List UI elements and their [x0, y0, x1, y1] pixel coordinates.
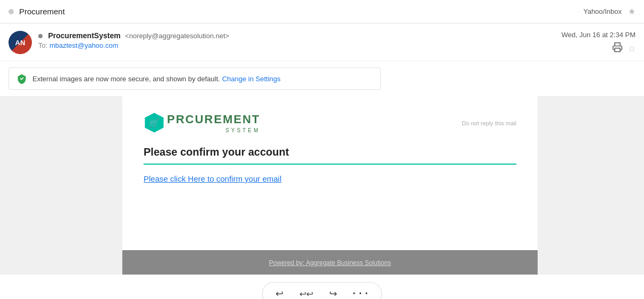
forward-icon: ↪ [329, 288, 337, 299]
confirm-email-link[interactable]: Please click Here to confirm your email [144, 174, 281, 183]
reply-icon: ↩ [275, 288, 283, 299]
action-bar: ↩ ↩↩ ↪ • • • [0, 275, 644, 299]
to-label: To: [38, 41, 47, 49]
svg-text:🛒: 🛒 [149, 118, 159, 128]
email-footer-wrapper: Powered by: Aggregate Business Solutions [0, 250, 644, 275]
security-notice: External images are now more secure, and… [9, 67, 381, 90]
print-icon[interactable] [612, 42, 623, 55]
sender-status-dot [38, 34, 43, 38]
star-icon[interactable]: ☆ [628, 44, 635, 54]
email-header: AN ProcurementSystem <noreply@aggregates… [0, 23, 644, 61]
do-not-reply-group: Do not reply this mail [462, 118, 516, 127]
logo-curement: CUREMENT [186, 113, 261, 126]
breadcrumb: Yahoo/Inbox [583, 7, 622, 15]
email-date: Wed, Jun 16 at 2:34 PM [562, 31, 635, 39]
email-body-wrapper: 🛒 PR CUREMENT SYSTEM Do not reply this m… [0, 96, 644, 250]
sender-name-row: ProcurementSystem <noreply@aggregatesolu… [38, 31, 562, 40]
security-text: External images are now more secure, and… [32, 75, 220, 83]
page-title: Procurement [19, 7, 583, 16]
svg-rect-0 [615, 48, 620, 52]
action-buttons-group: ↩ ↩↩ ↪ • • • [262, 282, 382, 299]
sender-email: <noreply@aggregatesolution.net> [125, 32, 229, 40]
confirm-heading: Please confirm your account [144, 146, 516, 158]
top-bar-right: Yahoo/Inbox ★ [583, 6, 635, 16]
email-actions: ☆ [612, 42, 635, 55]
avatar: AN [9, 31, 32, 54]
change-settings-link[interactable]: Change in Settings [222, 75, 281, 83]
sender-name: ProcurementSystem [48, 31, 120, 40]
email-content: 🛒 PR CUREMENT SYSTEM Do not reply this m… [122, 96, 538, 250]
reply-button[interactable]: ↩ [272, 286, 287, 299]
sender-to-row: To: mbaztest@yahoo.com [38, 41, 562, 49]
email-sidebar-right [538, 96, 644, 250]
top-bar: Procurement Yahoo/Inbox ★ [0, 0, 644, 23]
shield-icon [16, 73, 27, 84]
logo-pr: PR [167, 113, 186, 126]
do-not-reply-text: Do not reply this mail [462, 120, 516, 126]
avatar-initials: AN [15, 39, 26, 47]
email-header-right: Wed, Jun 16 at 2:34 PM ☆ [562, 31, 635, 55]
star-icon-top[interactable]: ★ [628, 6, 635, 16]
logo-wrapper: 🛒 PR CUREMENT SYSTEM [144, 112, 260, 133]
more-icon: • • • [353, 290, 369, 297]
reply-all-icon: ↩↩ [299, 289, 313, 299]
logo-text-group: PR CUREMENT SYSTEM [167, 113, 260, 133]
teal-divider [144, 164, 516, 165]
powered-by-link[interactable]: Powered by: Aggregate Business Solutions [269, 259, 391, 267]
status-dot [9, 9, 14, 14]
logo-hex-icon: 🛒 [144, 112, 165, 133]
logo-sub: SYSTEM [167, 127, 260, 133]
email-footer: Powered by: Aggregate Business Solutions [122, 250, 538, 275]
more-options-button[interactable]: • • • [350, 288, 372, 299]
email-sidebar-left [0, 96, 122, 250]
to-address: mbaztest@yahoo.com [49, 41, 119, 49]
sender-info: ProcurementSystem <noreply@aggregatesolu… [38, 31, 562, 49]
forward-button[interactable]: ↪ [326, 286, 340, 299]
reply-all-button[interactable]: ↩↩ [296, 287, 316, 300]
logo-area: 🛒 PR CUREMENT SYSTEM Do not reply this m… [144, 112, 516, 133]
